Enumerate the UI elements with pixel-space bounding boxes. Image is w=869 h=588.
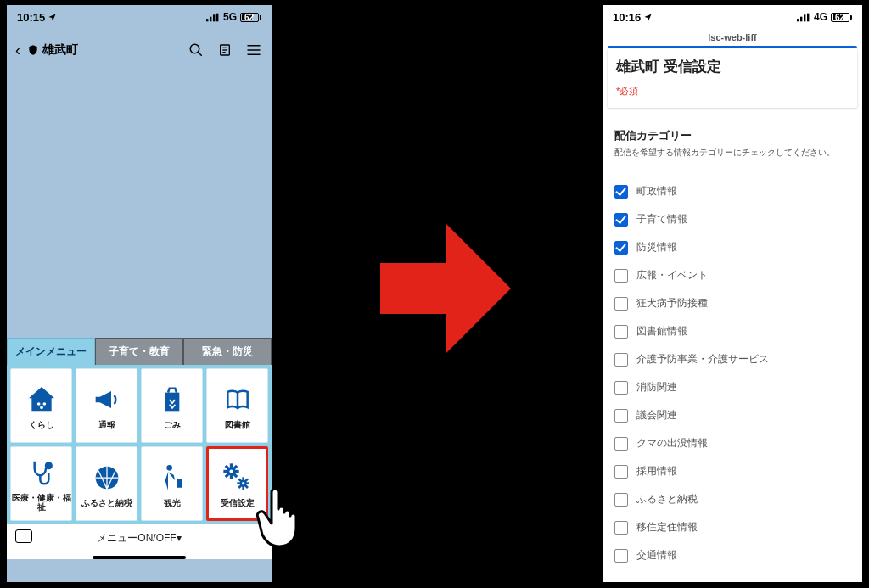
tile-furusato[interactable]: ふるさと納税: [76, 446, 137, 521]
tile-label: くらし: [29, 420, 54, 429]
category-label: 消防関連: [636, 380, 677, 395]
category-section: 配信カテゴリー 配信を希望する情報カテゴリーにチェックしてください。: [603, 120, 862, 162]
tile-label: 医療・健康・福祉: [11, 493, 71, 512]
tile-library[interactable]: 図書館: [206, 368, 268, 443]
required-label: *必須: [616, 85, 849, 98]
header-title: 雄武町: [42, 42, 177, 58]
svg-rect-35: [807, 13, 809, 21]
menu-toggle-label: メニューON/OFF▾: [97, 532, 181, 544]
checkbox[interactable]: [614, 325, 628, 339]
signal-icon: [797, 13, 810, 22]
svg-point-18: [166, 465, 172, 471]
settings-card: 雄武町 受信設定 *必須: [608, 48, 857, 108]
stethoscope-icon: [25, 456, 59, 490]
category-item[interactable]: 子育て情報: [614, 205, 850, 233]
category-item[interactable]: 図書館情報: [614, 317, 850, 345]
battery-icon: 62: [240, 13, 261, 22]
checkbox[interactable]: [614, 185, 628, 199]
category-label: 移住定住情報: [636, 520, 698, 535]
svg-rect-33: [800, 16, 802, 21]
battery-icon: 62: [831, 13, 852, 22]
tile-label: ごみ: [164, 420, 181, 429]
back-button[interactable]: ‹: [15, 42, 20, 59]
category-item[interactable]: 狂犬病予防接種: [614, 289, 850, 317]
category-item[interactable]: 広報・イベント: [614, 261, 850, 289]
checkbox[interactable]: [614, 549, 628, 563]
category-label: クマの出没情報: [636, 436, 708, 451]
svg-point-15: [40, 406, 43, 409]
tile-report[interactable]: 通報: [76, 368, 137, 443]
checkbox[interactable]: [614, 269, 628, 283]
traveler-icon: [155, 461, 189, 495]
category-item[interactable]: ふるさと納税: [614, 485, 850, 513]
checkbox[interactable]: [614, 297, 628, 311]
tile-health[interactable]: 医療・健康・福祉: [10, 446, 72, 521]
tile-garbage[interactable]: ごみ: [141, 368, 203, 443]
category-label: 交通情報: [636, 548, 677, 563]
document-button[interactable]: [216, 41, 234, 59]
home-indicator: [93, 556, 186, 559]
category-item[interactable]: 町政情報: [614, 177, 850, 205]
tile-label: 受信設定: [221, 498, 255, 507]
webview-title: lsc-web-liff: [603, 29, 862, 46]
tile-label: 図書館: [225, 420, 250, 429]
category-label: ふるさと納税: [636, 492, 698, 507]
status-bar: 10:15 5G 62: [7, 5, 272, 29]
checkbox[interactable]: [614, 213, 628, 227]
checkbox[interactable]: [614, 409, 628, 423]
category-label: 広報・イベント: [636, 268, 708, 283]
tile-grid: くらし 通報 ごみ 図書館 医療・健康・福祉 ふるさと納税 観光 受信設定: [7, 365, 272, 524]
checkbox[interactable]: [614, 521, 628, 535]
checkbox[interactable]: [614, 437, 628, 451]
section-title: 配信カテゴリー: [614, 128, 850, 143]
app-header: ‹ 雄武町: [7, 29, 272, 68]
category-item[interactable]: 採用情報: [614, 457, 850, 485]
svg-point-17: [46, 462, 52, 468]
category-item[interactable]: クマの出没情報: [614, 429, 850, 457]
section-description: 配信を希望する情報カテゴリーにチェックしてください。: [614, 147, 850, 159]
location-icon: [643, 13, 653, 22]
shield-icon: [27, 43, 39, 57]
checkbox[interactable]: [614, 241, 628, 255]
menu-toggle[interactable]: メニューON/OFF▾: [7, 524, 272, 552]
svg-rect-0: [206, 19, 208, 21]
checkbox[interactable]: [614, 493, 628, 507]
checkbox[interactable]: [614, 381, 628, 395]
signal-icon: [206, 13, 220, 22]
category-item[interactable]: 交通情報: [614, 541, 850, 569]
keyboard-icon: [15, 529, 32, 543]
checkbox[interactable]: [614, 353, 628, 367]
page-title: 雄武町 受信設定: [616, 57, 849, 76]
tab-main[interactable]: メインメニュー: [7, 338, 95, 365]
tab-emergency[interactable]: 緊急・防災: [183, 338, 272, 365]
house-icon: [25, 383, 59, 417]
svg-rect-2: [213, 14, 215, 21]
category-item[interactable]: 介護予防事業・介護サービス: [614, 345, 850, 373]
search-button[interactable]: [187, 41, 205, 59]
tile-kurashi[interactable]: くらし: [10, 368, 72, 443]
tile-label: 通報: [98, 420, 115, 429]
category-label: 狂犬病予防接種: [636, 296, 708, 311]
category-item[interactable]: 消防関連: [614, 373, 850, 401]
network-label: 5G: [223, 11, 237, 23]
tile-tourism[interactable]: 観光: [141, 446, 203, 521]
status-bar: 10:16 4G 62: [603, 5, 862, 29]
tile-label: 観光: [164, 498, 181, 507]
tab-row: メインメニュー 子育て・教育 緊急・防災: [7, 338, 272, 365]
category-item[interactable]: 防災情報: [614, 233, 850, 261]
menu-button[interactable]: [244, 41, 263, 59]
category-label: 子育て情報: [636, 212, 687, 227]
svg-rect-3: [216, 13, 218, 21]
phone-screen-left: 10:15 5G 62 ‹ 雄武町 メインメニュー 子育て・教育 緊急・防災: [5, 3, 273, 584]
category-label: 図書館情報: [636, 324, 687, 339]
book-icon: [221, 383, 255, 417]
tab-childcare[interactable]: 子育て・教育: [95, 338, 183, 365]
svg-rect-32: [797, 19, 799, 21]
checkbox[interactable]: [614, 465, 628, 479]
category-list: 町政情報子育て情報防災情報広報・イベント狂犬病予防接種図書館情報介護予防事業・介…: [603, 162, 862, 569]
location-icon: [48, 13, 57, 22]
status-time: 10:15: [17, 11, 45, 24]
status-time: 10:16: [613, 11, 641, 24]
category-item[interactable]: 議会関連: [614, 401, 850, 429]
category-item[interactable]: 移住定住情報: [614, 513, 850, 541]
